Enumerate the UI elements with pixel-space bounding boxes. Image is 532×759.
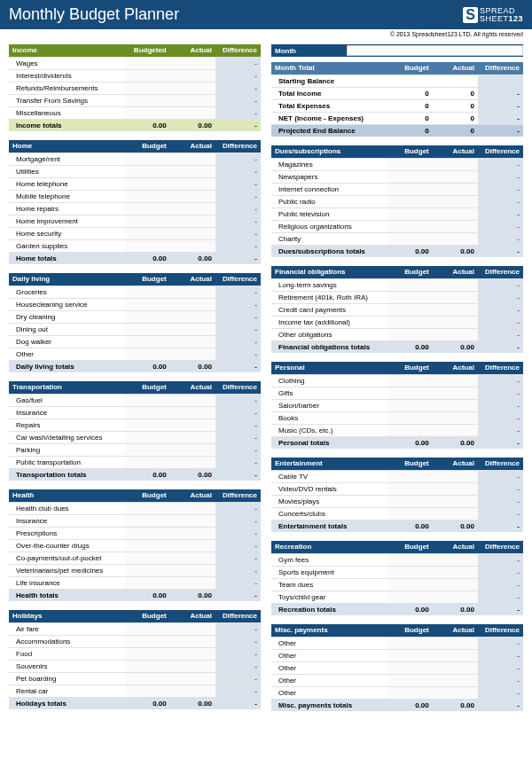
budget-cell[interactable]	[125, 202, 170, 215]
budget-cell[interactable]	[125, 552, 170, 564]
actual-cell[interactable]	[433, 637, 478, 649]
actual-cell[interactable]	[170, 419, 215, 431]
budget-cell[interactable]	[125, 672, 170, 685]
actual-cell[interactable]	[170, 576, 215, 589]
month-input[interactable]	[347, 45, 523, 56]
budget-cell[interactable]	[387, 424, 433, 436]
actual-cell[interactable]	[433, 399, 478, 411]
actual-cell[interactable]	[433, 220, 478, 232]
budget-cell[interactable]	[125, 310, 170, 323]
actual-cell[interactable]	[170, 298, 215, 310]
budget-cell[interactable]	[387, 195, 433, 207]
budget-cell[interactable]	[387, 649, 433, 661]
budget-cell[interactable]	[125, 635, 170, 647]
budget-cell[interactable]	[125, 660, 170, 672]
budget-cell[interactable]	[125, 431, 170, 443]
actual-cell[interactable]	[433, 661, 478, 674]
actual-cell[interactable]	[170, 239, 215, 252]
actual-cell[interactable]	[433, 578, 478, 591]
budget-cell[interactable]	[125, 106, 170, 119]
actual-cell[interactable]	[170, 335, 215, 348]
actual-cell[interactable]	[433, 566, 478, 578]
actual-cell[interactable]	[433, 170, 478, 183]
actual-cell[interactable]	[170, 153, 215, 165]
actual-cell[interactable]	[170, 177, 215, 190]
actual-cell[interactable]	[170, 647, 215, 660]
budget-cell[interactable]	[387, 661, 433, 674]
actual-cell[interactable]	[433, 291, 478, 303]
budget-cell[interactable]	[387, 328, 433, 340]
actual-cell[interactable]	[170, 202, 215, 215]
actual-cell[interactable]	[433, 553, 478, 566]
actual-cell[interactable]	[170, 69, 215, 82]
budget-cell[interactable]	[387, 170, 433, 183]
actual-cell[interactable]	[170, 406, 215, 419]
budget-cell[interactable]	[125, 57, 170, 69]
actual-cell[interactable]	[170, 502, 215, 514]
actual-cell[interactable]	[170, 310, 215, 323]
actual-cell[interactable]	[170, 635, 215, 647]
budget-cell[interactable]	[125, 406, 170, 419]
budget-cell[interactable]	[387, 566, 433, 578]
actual-cell[interactable]	[433, 507, 478, 520]
actual-cell[interactable]	[433, 183, 478, 195]
actual-cell[interactable]	[433, 232, 478, 245]
actual-cell[interactable]	[433, 278, 478, 291]
budget-cell[interactable]	[387, 183, 433, 195]
budget-cell[interactable]	[125, 443, 170, 456]
actual-cell[interactable]	[170, 227, 215, 239]
budget-cell[interactable]	[125, 323, 170, 335]
budget-cell[interactable]	[387, 686, 433, 699]
budget-cell[interactable]	[387, 411, 433, 424]
actual-cell[interactable]	[433, 424, 478, 436]
actual-cell[interactable]	[170, 106, 215, 119]
actual-cell[interactable]	[170, 348, 215, 360]
budget-cell[interactable]	[387, 207, 433, 220]
budget-cell[interactable]	[125, 456, 170, 468]
budget-cell[interactable]	[125, 82, 170, 94]
budget-cell[interactable]	[125, 502, 170, 514]
budget-cell[interactable]	[387, 495, 433, 507]
actual-cell[interactable]	[170, 323, 215, 335]
budget-cell[interactable]	[125, 335, 170, 348]
budget-cell[interactable]	[125, 177, 170, 190]
budget-cell[interactable]	[387, 316, 433, 328]
actual-cell[interactable]	[433, 649, 478, 661]
budget-cell[interactable]	[125, 622, 170, 635]
budget-cell[interactable]	[125, 153, 170, 165]
actual-cell[interactable]	[170, 527, 215, 539]
budget-cell[interactable]	[125, 165, 170, 177]
actual-cell[interactable]	[170, 443, 215, 456]
budget-cell[interactable]	[125, 419, 170, 431]
actual-cell[interactable]	[170, 622, 215, 635]
actual-cell[interactable]	[170, 564, 215, 576]
actual-cell[interactable]	[170, 94, 215, 106]
budget-cell[interactable]	[387, 482, 433, 495]
budget-cell[interactable]	[125, 647, 170, 660]
budget-cell[interactable]	[387, 553, 433, 566]
actual-cell[interactable]	[170, 660, 215, 672]
actual-cell[interactable]	[170, 672, 215, 685]
budget-cell[interactable]	[387, 291, 433, 303]
budget-cell[interactable]	[125, 215, 170, 227]
budget-cell[interactable]	[387, 387, 433, 399]
actual-cell[interactable]	[170, 456, 215, 468]
actual-cell[interactable]	[170, 57, 215, 69]
actual-cell[interactable]	[433, 158, 478, 170]
budget-cell[interactable]	[387, 374, 433, 387]
budget-cell[interactable]	[125, 527, 170, 539]
budget-cell[interactable]	[125, 286, 170, 298]
budget-cell[interactable]	[125, 94, 170, 106]
actual-cell[interactable]	[170, 394, 215, 406]
budget-cell[interactable]	[387, 232, 433, 245]
actual-cell[interactable]	[433, 387, 478, 399]
budget-cell[interactable]	[125, 348, 170, 360]
budget-cell[interactable]	[125, 227, 170, 239]
actual-cell[interactable]	[170, 539, 215, 552]
actual-cell[interactable]	[170, 685, 215, 697]
actual-cell[interactable]	[433, 470, 478, 482]
budget-cell[interactable]	[387, 303, 433, 316]
budget-cell[interactable]	[387, 220, 433, 232]
budget-cell[interactable]	[125, 298, 170, 310]
budget-cell[interactable]	[387, 158, 433, 170]
